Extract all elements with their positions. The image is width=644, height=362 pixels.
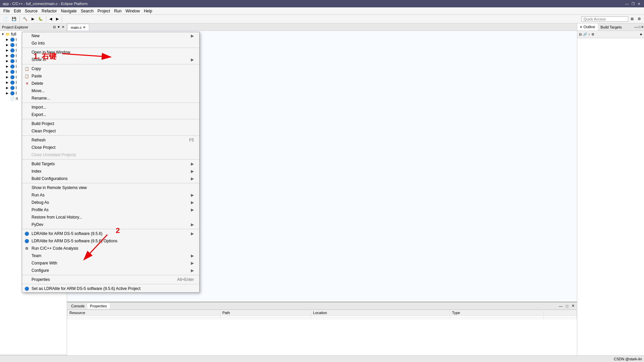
ctx-ldralite-options[interactable]: 🔵 LDRAlite for ARM DS-5 software (9.5.6)… bbox=[22, 237, 199, 245]
ctx-import-label: Import... bbox=[32, 105, 194, 110]
bottom-tab-group: Console Properties bbox=[68, 303, 110, 309]
menu-project[interactable]: Project bbox=[96, 8, 112, 14]
toolbar-forward-button[interactable]: ▶ bbox=[54, 16, 60, 22]
bottom-maximize-button[interactable]: □ bbox=[565, 304, 569, 308]
ctx-sep-8 bbox=[22, 229, 199, 229]
bottom-close-button[interactable]: ✕ bbox=[571, 303, 576, 308]
right-panel-close[interactable]: ✕ bbox=[641, 25, 644, 29]
ctx-build-project-label: Build Project bbox=[32, 121, 194, 126]
toolbar-build-button[interactable]: 🔨 bbox=[21, 16, 29, 22]
ctx-close-project[interactable]: Close Project bbox=[22, 144, 199, 151]
menu-bar: File Edit Source Refactor Navigate Searc… bbox=[0, 7, 644, 15]
menu-search[interactable]: Search bbox=[79, 8, 96, 14]
status-right: CSDN @stark-lin bbox=[614, 357, 642, 361]
ctx-refresh[interactable]: Refresh F5 bbox=[22, 136, 199, 144]
restore-button[interactable]: ❐ bbox=[631, 1, 635, 6]
bottom-tab-console[interactable]: Console bbox=[68, 303, 87, 309]
ctx-run-code-analysis[interactable]: ⚙ Run C/C++ Code Analysis bbox=[22, 245, 199, 252]
toolbar-new-button[interactable]: 📄 bbox=[1, 16, 9, 22]
ctx-debug-as[interactable]: Debug As ▶ bbox=[22, 199, 199, 206]
menu-refactor[interactable]: Refactor bbox=[40, 8, 59, 14]
ctx-export[interactable]: Export... bbox=[22, 111, 199, 118]
quick-access-input[interactable] bbox=[581, 16, 628, 22]
ctx-copy[interactable]: 📋 Copy bbox=[22, 65, 199, 72]
tree-icon-full: 📁 bbox=[5, 32, 10, 37]
toolbar-settings-button[interactable]: ⚙ bbox=[636, 16, 643, 22]
ctx-open-new-window[interactable]: Open in New Window bbox=[22, 49, 199, 56]
ctx-pydev[interactable]: PyDev ▶ bbox=[22, 221, 199, 228]
toolbar-debug-button[interactable]: 🐛 bbox=[37, 16, 45, 22]
ctx-configure-label: Configure bbox=[32, 268, 191, 273]
ctx-delete-label: Delete bbox=[32, 81, 194, 86]
bottom-minimize-button[interactable]: — bbox=[558, 304, 564, 308]
ctx-profile-as[interactable]: Profile As ▶ bbox=[22, 206, 199, 214]
right-panel-maximize[interactable]: □ bbox=[638, 25, 641, 29]
tree-label: i bbox=[16, 37, 17, 42]
ctx-pydev-label: PyDev bbox=[32, 222, 191, 227]
ctx-ldralite[interactable]: 🔵 LDRAlite for ARM DS-5 software (9.5.6)… bbox=[22, 230, 199, 237]
ctx-rename[interactable]: Rename... bbox=[22, 95, 199, 102]
bottom-tab-properties[interactable]: Properties bbox=[87, 303, 109, 309]
close-button[interactable]: ✕ bbox=[637, 1, 641, 6]
properties-table: Resource Path Location Type bbox=[67, 310, 577, 319]
ctx-compare-with-label: Compare With bbox=[32, 261, 191, 265]
tab-build-targets[interactable]: Build Targets bbox=[598, 23, 624, 31]
outline-filter[interactable]: ⚙ bbox=[591, 32, 595, 37]
toolbar-perspective-button[interactable]: ⊞ bbox=[629, 16, 635, 22]
ctx-go-into[interactable]: Go Into bbox=[22, 40, 199, 47]
ctx-paste[interactable]: 📋 Paste bbox=[22, 72, 199, 80]
tab-outline[interactable]: ≡ Outline bbox=[577, 23, 598, 31]
ctx-build-configurations[interactable]: Build Configurations ▶ bbox=[22, 175, 199, 182]
ctx-sep-5 bbox=[22, 135, 199, 136]
editor-tab-main[interactable]: main.c ✕ bbox=[67, 24, 89, 31]
ctx-clean-project[interactable]: Clean Project bbox=[22, 127, 199, 135]
col-extra bbox=[544, 310, 577, 316]
status-bar: CSDN @stark-lin bbox=[0, 355, 644, 362]
menu-run[interactable]: Run bbox=[112, 8, 123, 14]
panel-close-button[interactable]: ✕ bbox=[61, 25, 65, 29]
toolbar-back-button[interactable]: ◀ bbox=[48, 16, 54, 22]
ctx-build-project[interactable]: Build Project bbox=[22, 120, 199, 127]
ctx-properties[interactable]: Properties Alt+Enter bbox=[22, 276, 199, 283]
menu-edit[interactable]: Edit bbox=[12, 8, 23, 14]
ctx-delete[interactable]: ✕ Delete bbox=[22, 80, 199, 87]
menu-file[interactable]: File bbox=[1, 8, 12, 14]
ctx-configure[interactable]: Configure ▶ bbox=[22, 267, 199, 274]
menu-navigate[interactable]: Navigate bbox=[59, 8, 78, 14]
ctx-compare-with[interactable]: Compare With ▶ bbox=[22, 259, 199, 267]
ctx-index[interactable]: Index ▶ bbox=[22, 168, 199, 175]
ctx-team[interactable]: Team ▶ bbox=[22, 252, 199, 259]
panel-collapse-button[interactable]: ⊟ bbox=[53, 25, 56, 29]
toolbar-save-button[interactable]: 💾 bbox=[10, 16, 18, 22]
ctx-show-remote[interactable]: Show in Remote Systems view bbox=[22, 184, 199, 191]
ctx-ldralite-label: LDRAlite for ARM DS-5 software (9.5.6) bbox=[32, 231, 191, 236]
ctx-show-in-label: Show In bbox=[32, 57, 191, 62]
minimize-button[interactable]: — bbox=[625, 1, 629, 6]
properties-content: Resource Path Location Type bbox=[67, 310, 577, 362]
outline-link[interactable]: 🔗 bbox=[583, 32, 587, 37]
outline-sort[interactable]: ↕ bbox=[588, 32, 590, 37]
editor-tab-close[interactable]: ✕ bbox=[83, 25, 86, 29]
ctx-restore-local[interactable]: Restore from Local History... bbox=[22, 214, 199, 221]
ctx-refresh-label: Refresh bbox=[32, 138, 182, 142]
toolbar-run-button[interactable]: ▶ bbox=[30, 16, 36, 22]
right-panel-headers: ≡ Outline Build Targets — □ ✕ bbox=[577, 23, 644, 31]
ctx-run-as[interactable]: Run As ▶ bbox=[22, 191, 199, 199]
ctx-set-active-project[interactable]: 🔵 Set as LDRAlite for ARM DS-5 software … bbox=[22, 285, 199, 292]
right-panel-minimize[interactable]: — bbox=[634, 25, 638, 29]
ctx-new[interactable]: New ▶ bbox=[22, 32, 199, 40]
menu-source[interactable]: Source bbox=[23, 8, 40, 14]
outline-collapse-all[interactable]: ⊟ bbox=[579, 32, 582, 37]
tree-arrow: ▶ bbox=[6, 38, 9, 41]
ctx-import[interactable]: Import... bbox=[22, 104, 199, 111]
menu-help[interactable]: Help bbox=[142, 8, 154, 14]
tree-arrow: ▶ bbox=[6, 43, 9, 47]
menu-window[interactable]: Window bbox=[123, 8, 142, 14]
ctx-move[interactable]: Move... bbox=[22, 87, 199, 95]
ctx-build-targets[interactable]: Build Targets ▶ bbox=[22, 160, 199, 168]
ctx-show-in[interactable]: Show In ▶ bbox=[22, 56, 199, 63]
panel-header-icons: ⊟ ▼ ✕ bbox=[53, 25, 65, 29]
build-targets-label: Build Targets bbox=[600, 25, 622, 29]
panel-menu-button[interactable]: ▼ bbox=[57, 25, 61, 29]
ctx-close-project-label: Close Project bbox=[32, 145, 194, 150]
